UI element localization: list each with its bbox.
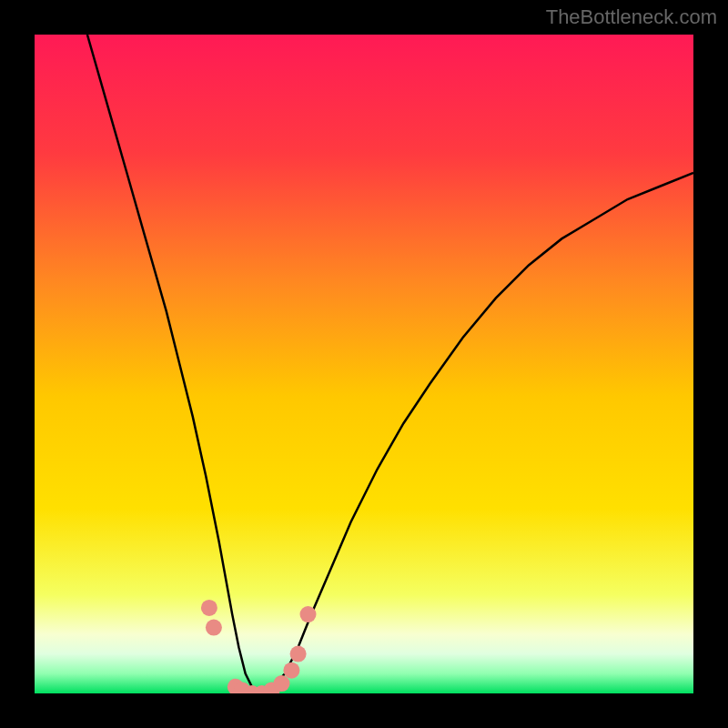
watermark-text: TheBottleneck.com	[546, 5, 717, 29]
bottleneck-curve	[87, 35, 693, 693]
highlight-point	[283, 662, 299, 679]
highlight-point	[274, 675, 290, 692]
highlight-point	[201, 600, 217, 616]
highlight-point	[206, 620, 222, 636]
highlight-point	[300, 606, 317, 622]
plot-area	[35, 35, 693, 693]
highlight-point	[290, 646, 307, 662]
curve-layer	[35, 35, 693, 693]
